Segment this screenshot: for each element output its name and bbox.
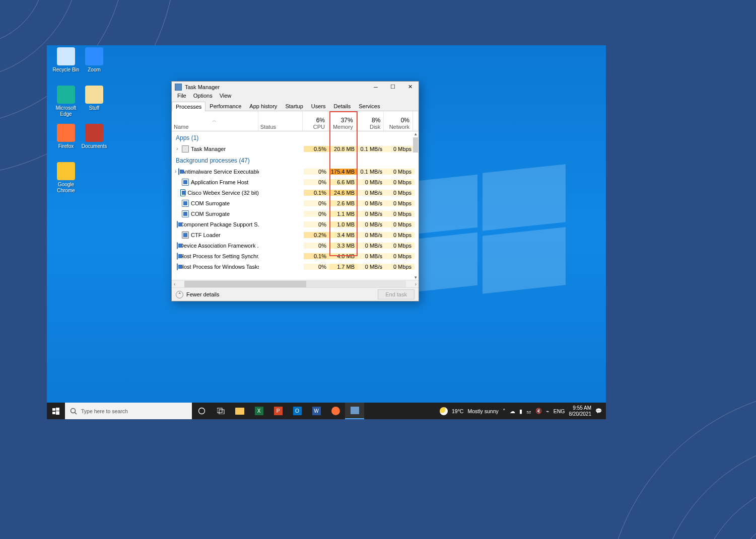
maximize-button[interactable]: ☐ [384,82,401,92]
notifications-icon[interactable]: 💬 [595,408,602,414]
taskmanager-taskbar-icon[interactable] [345,403,364,419]
bg-arc [605,388,756,539]
explorer-icon[interactable] [230,403,249,419]
lang-indicator[interactable]: ENG [554,408,565,414]
search-placeholder: Type here to search [81,408,128,414]
menubar: FileOptionsView [172,92,419,101]
process-row[interactable]: Device Association Framework ...0%3.3 MB… [172,240,419,251]
start-button[interactable] [47,403,65,419]
svg-line-5 [75,412,77,414]
col-status[interactable]: Status [258,111,303,131]
group-bg-processes: Background processes (47) [172,154,419,166]
menu-view[interactable]: View [216,92,235,101]
bg-arc [655,438,756,539]
powerpoint-icon[interactable]: P [268,403,288,419]
footer: ⌃ Fewer details End task [172,287,419,301]
windows-logo [399,169,566,294]
desktop-icon-google-chrome[interactable]: Google Chrome [50,162,82,194]
svg-rect-7 [217,408,222,413]
windows-icon [52,408,59,415]
svg-point-4 [71,408,76,413]
svg-rect-8 [219,410,224,414]
group-apps: Apps (1) [172,131,419,143]
tab-processes[interactable]: Processes [172,102,205,111]
bluetooth-icon[interactable]: ⌁ [546,408,549,414]
svg-point-6 [198,408,204,414]
volume-icon[interactable]: 🔇 [535,408,542,414]
desktop: Recycle BinZoomMicrosoft EdgeStuffFirefo… [47,45,606,419]
chevron-up-icon: ⌃ [176,291,183,298]
col-memory[interactable]: 37% Memory [328,111,357,131]
process-row[interactable]: Component Package Support S...0%1.0 MB0 … [172,219,419,229]
tab-performance[interactable]: Performance [205,101,245,111]
menu-options[interactable]: Options [190,92,216,101]
minimize-button[interactable]: ─ [367,82,384,92]
process-list: ︿ Name Status 6% CPU 37% Memory 8% Disk [172,111,419,287]
desktop-icon-documents[interactable]: Documents [78,124,110,149]
desktop-icon-stuff[interactable]: Stuff [78,86,110,111]
process-row[interactable]: Host Process for Windows Tasks0%1.7 MB0 … [172,261,419,272]
column-headers: ︿ Name Status 6% CPU 37% Memory 8% Disk [172,111,419,131]
cortana-icon[interactable] [192,403,211,419]
tab-app-history[interactable]: App history [245,101,281,111]
tm-icon [175,84,182,91]
taskbar: Type here to search X P O W 19°C Mostly … [47,403,606,419]
horizontal-scrollbar[interactable]: ‹ › [172,280,419,287]
bg-arc [0,0,45,45]
outlook-icon[interactable]: O [288,403,307,419]
svg-rect-1 [56,408,59,411]
wifi-icon[interactable]: ⚍ [526,408,531,414]
bg-arc [731,514,756,539]
bg-arc [696,479,756,539]
svg-rect-0 [52,408,55,411]
col-network[interactable]: 0% Network [384,111,413,131]
process-row[interactable]: COM Surrogate0%1.1 MB0 MB/s0 Mbps [172,208,419,219]
process-row[interactable]: COM Surrogate0%2.6 MB0 MB/s0 Mbps [172,198,419,208]
firefox-icon[interactable] [326,403,345,419]
word-icon[interactable]: W [307,403,326,419]
tray-chevron-icon[interactable]: ˄ [503,408,506,414]
col-disk[interactable]: 8% Disk [357,111,384,131]
process-row[interactable]: ›Task Manager0.5%20.8 MB0.1 MB/s0 Mbps [172,143,419,154]
search-input[interactable]: Type here to search [65,403,192,419]
battery-icon[interactable]: ▮ [519,408,522,414]
weather-icon[interactable] [440,407,448,415]
excel-icon[interactable]: X [249,403,268,419]
titlebar[interactable]: Task Manager ─ ☐ ✕ [172,82,419,92]
desktop-icon-microsoft-edge[interactable]: Microsoft Edge [50,86,82,117]
window-title: Task Manager [185,84,220,90]
weather-temp[interactable]: 19°C [452,408,463,414]
clock[interactable]: 9:55 AM 8/20/2021 [569,405,592,417]
onedrive-icon[interactable]: ☁ [510,408,515,414]
tabs: ProcessesPerformanceApp historyStartupUs… [172,101,419,111]
process-row[interactable]: Cisco Webex Service (32 bit)0.1%24.6 MB0… [172,187,419,198]
weather-cond[interactable]: Mostly sunny [467,408,498,414]
taskview-icon[interactable] [211,403,230,419]
tab-services[interactable]: Services [355,101,384,111]
vertical-scrollbar[interactable]: ▴ ▾ [413,131,419,280]
fewer-details-link[interactable]: Fewer details [186,291,219,297]
col-name[interactable]: ︿ Name [172,111,258,131]
process-row[interactable]: Application Frame Host0%6.6 MB0 MB/s0 Mb… [172,177,419,187]
menu-file[interactable]: File [174,92,190,101]
process-row[interactable]: CTF Loader0.2%3.4 MB0 MB/s0 Mbps [172,229,419,240]
process-row[interactable]: ›Antimalware Service Executable0%175.4 M… [172,166,419,177]
close-button[interactable]: ✕ [401,82,419,92]
desktop-icon-recycle-bin[interactable]: Recycle Bin [50,47,82,73]
col-cpu[interactable]: 6% CPU [303,111,328,131]
tab-details[interactable]: Details [330,101,355,111]
search-icon [70,408,77,415]
process-row[interactable]: Host Process for Setting Synchr...0.1%4.… [172,251,419,261]
system-tray: 19°C Mostly sunny ˄ ☁ ▮ ⚍ 🔇 ⌁ ENG 9:55 A… [436,403,606,419]
svg-rect-2 [52,412,55,414]
desktop-icon-zoom[interactable]: Zoom [78,47,110,73]
task-manager-window[interactable]: Task Manager ─ ☐ ✕ FileOptionsView Proce… [171,81,419,301]
tab-users[interactable]: Users [307,101,330,111]
end-task-button[interactable]: End task [378,289,415,299]
tab-startup[interactable]: Startup [281,101,307,111]
desktop-icon-firefox[interactable]: Firefox [50,124,82,149]
svg-rect-3 [56,411,59,415]
